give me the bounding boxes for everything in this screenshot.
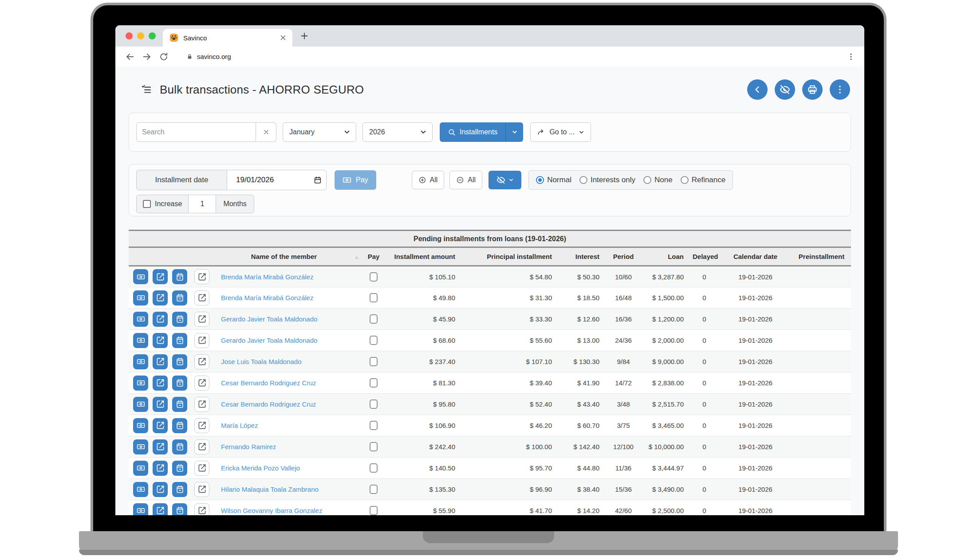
member-name-link[interactable]: Brenda María Mirabá González <box>221 273 313 281</box>
row-open-member-button[interactable] <box>194 397 209 412</box>
browser-menu-icon[interactable] <box>847 52 855 61</box>
row-open-loan-button[interactable] <box>153 439 168 454</box>
increase-checkbox[interactable] <box>143 200 151 208</box>
installments-button[interactable]: Installments <box>440 122 505 142</box>
pay-checkbox[interactable] <box>370 378 378 388</box>
row-open-loan-button[interactable] <box>153 397 168 412</box>
mode-radio-interests-only[interactable]: Interests only <box>579 176 635 184</box>
search-input[interactable] <box>136 122 256 142</box>
row-schedule-button[interactable] <box>172 439 187 454</box>
row-open-member-button[interactable] <box>194 418 209 433</box>
clear-search-button[interactable] <box>256 122 276 142</box>
row-pay-button[interactable] <box>133 482 148 497</box>
row-schedule-button[interactable] <box>172 397 187 412</box>
row-open-member-button[interactable] <box>194 269 209 284</box>
increase-checkbox-group[interactable]: Increase <box>136 195 189 213</box>
row-pay-button[interactable] <box>133 290 148 305</box>
row-open-loan-button[interactable] <box>153 312 168 327</box>
row-schedule-button[interactable] <box>172 312 187 327</box>
row-schedule-button[interactable] <box>172 290 187 305</box>
name-header[interactable]: Name of the member <box>217 247 351 266</box>
row-pay-button[interactable] <box>133 376 148 391</box>
row-open-member-button[interactable] <box>194 461 209 476</box>
row-open-member-button[interactable] <box>194 439 209 454</box>
installments-dropdown-toggle[interactable] <box>505 122 523 142</box>
row-schedule-button[interactable] <box>172 333 187 348</box>
menu-check-icon[interactable] <box>141 84 153 95</box>
deselect-all-button[interactable]: All <box>449 171 482 189</box>
installment-date-input[interactable] <box>235 175 299 185</box>
row-open-member-button[interactable] <box>194 503 209 516</box>
row-open-loan-button[interactable] <box>153 418 168 433</box>
visibility-dropdown-button[interactable] <box>488 171 521 189</box>
row-open-member-button[interactable] <box>194 376 209 391</box>
row-pay-button[interactable] <box>133 312 148 327</box>
minimize-window-button[interactable] <box>137 32 144 39</box>
close-tab-icon[interactable] <box>279 34 287 42</box>
row-pay-button[interactable] <box>133 397 148 412</box>
pay-checkbox[interactable] <box>370 336 378 345</box>
row-open-member-button[interactable] <box>194 354 209 369</box>
back-icon[interactable] <box>125 52 135 62</box>
row-schedule-button[interactable] <box>172 269 187 284</box>
row-schedule-button[interactable] <box>172 482 187 497</box>
hide-columns-button[interactable] <box>775 79 795 100</box>
member-name-link[interactable]: Jose Luis Toala Maldonado <box>221 358 302 365</box>
row-open-loan-button[interactable] <box>153 503 168 516</box>
row-pay-button[interactable] <box>133 333 148 348</box>
row-pay-button[interactable] <box>133 503 148 516</box>
forward-icon[interactable] <box>142 52 152 62</box>
sort-header[interactable]: ▲ <box>351 247 363 266</box>
row-schedule-button[interactable] <box>172 503 187 516</box>
member-name-link[interactable]: María López <box>221 422 258 429</box>
goto-button[interactable]: Go to ... <box>530 122 591 142</box>
row-open-member-button[interactable] <box>194 482 209 497</box>
member-name-link[interactable]: Wilson Geovanny Ibarra Gonzalez <box>221 507 322 514</box>
row-pay-button[interactable] <box>133 439 148 454</box>
row-open-loan-button[interactable] <box>153 354 168 369</box>
member-name-link[interactable]: Cesar Bernardo Rodriguez Cruz <box>221 379 316 387</box>
mode-radio-none[interactable]: None <box>643 176 673 184</box>
pay-checkbox[interactable] <box>370 399 378 409</box>
pay-checkbox[interactable] <box>370 293 378 302</box>
row-open-loan-button[interactable] <box>153 461 168 476</box>
row-open-member-button[interactable] <box>194 312 209 327</box>
member-name-link[interactable]: Fernando Ramirez <box>221 443 276 450</box>
member-name-link[interactable]: Brenda María Mirabá González <box>221 294 313 302</box>
member-name-link[interactable]: Cesar Bernardo Rodriguez Cruz <box>221 400 316 408</box>
row-pay-button[interactable] <box>133 269 148 284</box>
more-options-button[interactable] <box>830 79 850 100</box>
row-pay-button[interactable] <box>133 461 148 476</box>
row-open-member-button[interactable] <box>194 290 209 305</box>
pay-checkbox[interactable] <box>370 314 378 324</box>
year-select[interactable]: 2026 <box>362 122 433 142</box>
pay-checkbox[interactable] <box>370 357 378 366</box>
print-button[interactable] <box>802 79 823 100</box>
row-open-loan-button[interactable] <box>153 482 168 497</box>
browser-tab[interactable]: Savinco <box>163 29 292 47</box>
mode-radio-refinance[interactable]: Refinance <box>681 176 726 184</box>
row-pay-button[interactable] <box>133 418 148 433</box>
pay-button[interactable]: Pay <box>335 170 376 190</box>
row-open-loan-button[interactable] <box>153 376 168 391</box>
member-name-link[interactable]: Ericka Merida Pozo Vallejo <box>221 464 300 472</box>
member-name-link[interactable]: Gerardo Javier Toala Maldonado <box>221 315 317 323</box>
pay-checkbox[interactable] <box>370 485 378 494</box>
mode-radio-normal[interactable]: Normal <box>536 176 571 184</box>
row-schedule-button[interactable] <box>172 461 187 476</box>
calendar-icon[interactable] <box>314 176 322 184</box>
row-open-loan-button[interactable] <box>153 333 168 348</box>
row-open-loan-button[interactable] <box>153 269 168 284</box>
row-schedule-button[interactable] <box>172 376 187 391</box>
select-all-button[interactable]: All <box>412 171 445 189</box>
member-name-link[interactable]: Gerardo Javier Toala Maldonado <box>221 337 317 344</box>
row-open-member-button[interactable] <box>194 333 209 348</box>
row-schedule-button[interactable] <box>172 418 187 433</box>
pay-checkbox[interactable] <box>370 272 378 282</box>
new-tab-icon[interactable] <box>299 31 309 41</box>
back-button[interactable] <box>747 79 768 100</box>
row-pay-button[interactable] <box>133 354 148 369</box>
url-text[interactable]: savinco.org <box>197 53 231 60</box>
maximize-window-button[interactable] <box>149 32 156 39</box>
close-window-button[interactable] <box>126 32 133 39</box>
